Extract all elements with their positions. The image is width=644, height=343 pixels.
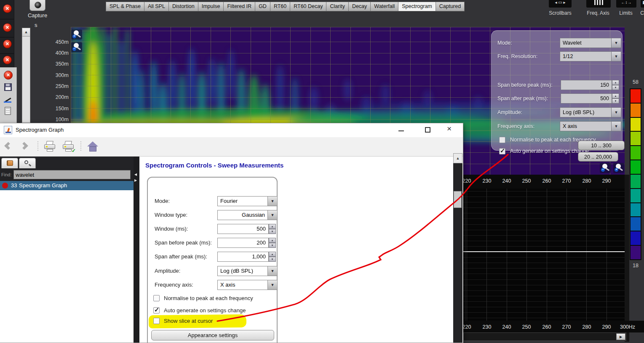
scroll-up-icon[interactable]: ▲ — [453, 153, 462, 163]
print-setup-icon[interactable] — [62, 141, 75, 152]
zoom-in-y-icon[interactable]: + — [71, 29, 82, 40]
home-icon[interactable] — [86, 141, 99, 152]
toc-tab[interactable] — [1, 158, 18, 168]
frequency-axis-dropdown[interactable]: X axis▼ — [560, 121, 621, 131]
x-tick: 220 — [462, 324, 471, 330]
spinner-arrows-icon[interactable]: ▲▼ — [612, 80, 619, 90]
show-slice-checkbox[interactable] — [153, 318, 160, 324]
notes-document-icon[interactable] — [5, 107, 11, 115]
minimize-icon[interactable] — [398, 130, 404, 131]
search-tab[interactable] — [19, 158, 36, 168]
chevron-down-icon[interactable]: ▼ — [267, 197, 277, 206]
tab-spl-phase[interactable]: SPL & Phase — [106, 2, 144, 11]
tab-decay[interactable]: Decay — [348, 2, 371, 11]
tab-spectrogram[interactable]: Spectrogram — [398, 2, 436, 11]
capture-camera-button[interactable] — [29, 0, 45, 11]
horizontal-scrollbar[interactable]: ▶ — [463, 332, 626, 341]
tab-rt60[interactable]: RT60 — [270, 2, 290, 11]
maximize-icon[interactable] — [425, 127, 430, 133]
tab-filtered-ir[interactable]: Filtered IR — [223, 2, 255, 11]
remove-icon[interactable]: ✕ — [4, 71, 13, 80]
y-axis-tick: 300m — [53, 72, 69, 78]
frequency-axis-label: Frequency axis: — [497, 121, 534, 131]
spinner-arrows-icon[interactable]: ▲▼ — [269, 238, 276, 248]
span-after-spinner[interactable]: 500 ▲▼ — [561, 93, 619, 104]
span-after-spinner[interactable]: 1,000 ▲▼ — [217, 252, 276, 262]
save-icon[interactable] — [4, 83, 12, 91]
y-axis-tick: 450m — [53, 39, 69, 45]
delete-measurement-icon[interactable]: ✕ — [3, 40, 12, 48]
delete-measurement-icon[interactable]: ✕ — [3, 4, 12, 13]
auto-generate-checkbox[interactable] — [153, 307, 160, 314]
slice-graph-x-axis: 220 230 240 250 260 270 280 290 300Hz — [463, 321, 644, 332]
window-type-dropdown[interactable]: Gaussian▼ — [217, 210, 278, 220]
tab-captured[interactable]: Captured — [436, 2, 465, 11]
scroll-right-icon[interactable]: ▶ — [616, 333, 625, 340]
frequency-axis-dropdown[interactable]: X axis▼ — [217, 280, 278, 290]
close-icon[interactable]: × — [447, 124, 452, 133]
tab-rt60-decay[interactable]: RT60 Decay — [290, 2, 326, 11]
amplitude-dropdown[interactable]: Log (dB SPL)▼ — [560, 107, 621, 117]
back-icon[interactable] — [4, 142, 12, 149]
normalise-checkbox[interactable] — [153, 295, 160, 301]
chevron-down-icon[interactable]: ▼ — [267, 266, 277, 276]
search-result-item[interactable]: 33 Spectrogram Graph — [0, 181, 134, 190]
print-icon[interactable] — [43, 141, 56, 152]
find-label: Find: — [1, 172, 11, 177]
zoom-out-x-icon[interactable]: − — [600, 163, 611, 173]
find-input[interactable] — [13, 170, 131, 179]
edit-pencil-icon[interactable] — [4, 95, 12, 103]
tab-clarity[interactable]: Clarity — [326, 2, 348, 11]
collapse-left-icon[interactable]: ◀ — [134, 173, 137, 176]
forward-icon[interactable] — [20, 142, 28, 149]
tab-all-spl[interactable]: All SPL — [144, 2, 169, 11]
scrollbar-thumb[interactable] — [454, 191, 462, 208]
window-ms-spinner[interactable]: 500 ▲▼ — [217, 224, 276, 234]
zoom-out-y-icon[interactable]: − — [71, 42, 82, 52]
chevron-down-icon[interactable]: ▼ — [611, 108, 621, 117]
tab-impulse[interactable]: Impulse — [198, 2, 224, 11]
slice-graph[interactable] — [463, 189, 625, 321]
tab-waterfall[interactable]: Waterfall — [370, 2, 398, 11]
capture-sub-label: s — [35, 22, 37, 28]
appearance-settings-button[interactable]: Appearance settings — [151, 330, 274, 340]
x-tick: 270 — [562, 178, 571, 184]
chevron-down-icon[interactable]: ▼ — [611, 38, 621, 48]
auto-generate-checkbox-label: Auto generate on settings change — [510, 148, 589, 154]
zoom-in-x-icon[interactable]: + — [613, 163, 624, 173]
amplitude-dropdown[interactable]: Log (dB SPL)▼ — [217, 266, 278, 276]
y-range-button[interactable]: 10 .. 300 — [578, 141, 625, 150]
chevron-down-icon[interactable]: ▼ — [611, 52, 621, 61]
auto-generate-checkbox[interactable] — [499, 148, 505, 154]
freq-resolution-dropdown[interactable]: 1/12▼ — [560, 51, 621, 61]
tab-distortion[interactable]: Distortion — [168, 2, 198, 11]
tab-gd[interactable]: GD — [255, 2, 270, 11]
plot-vertical-scrollbar[interactable]: ▲ — [22, 28, 30, 123]
delete-measurement-icon[interactable]: ✕ — [3, 56, 12, 64]
help-vertical-scrollbar[interactable]: ▲ — [453, 153, 462, 343]
freq-axis-icon[interactable] — [586, 0, 611, 8]
limits-icon[interactable]: ←↕→ — [616, 0, 636, 8]
collapse-right-icon[interactable]: ▶ — [134, 178, 137, 182]
scrollbars-icon[interactable]: ◂ ▭ ▸ — [549, 0, 572, 8]
spinner-arrows-icon[interactable]: ▲▼ — [612, 93, 619, 104]
span-before-spinner[interactable]: 150 ▲▼ — [561, 80, 619, 90]
delete-measurement-icon[interactable]: ✕ — [3, 23, 12, 32]
controls-icon[interactable]: ▮▮ — [641, 0, 644, 8]
chevron-down-icon[interactable]: ▼ — [611, 122, 621, 131]
controls-groupbox: Mode: Fourier▼ Window type: Gaussian▼ Wi… — [147, 177, 278, 343]
chevron-down-icon[interactable]: ▼ — [267, 210, 277, 220]
spinner-arrows-icon[interactable]: ▲▼ — [269, 224, 276, 234]
colorbar-segment — [631, 146, 641, 160]
span-before-spinner[interactable]: 200 ▲▼ — [217, 238, 276, 248]
pane-splitter[interactable]: ◀ ▶ — [134, 157, 139, 343]
colorbar-segment — [631, 203, 641, 218]
scroll-up-icon[interactable]: ▲ — [22, 28, 30, 37]
chevron-down-icon[interactable]: ▼ — [267, 280, 277, 290]
mode-dropdown[interactable]: Fourier▼ — [217, 196, 278, 206]
freq-range-button[interactable]: 20 .. 20,000 — [578, 152, 618, 162]
normalise-checkbox[interactable] — [499, 137, 505, 143]
spinner-arrows-icon[interactable]: ▲▼ — [269, 252, 276, 262]
help-window-titlebar[interactable]: Spectrogram Graph × — [0, 123, 463, 137]
mode-dropdown[interactable]: Wavelet▼ — [560, 38, 621, 48]
